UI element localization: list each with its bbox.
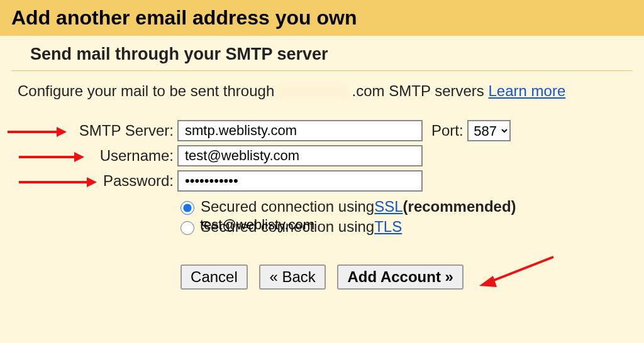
- password-label: Password:: [0, 172, 177, 190]
- desc-prefix: Configure your mail to be sent through: [18, 82, 279, 99]
- password-input[interactable]: [177, 170, 423, 192]
- dialog-body: Send mail through your SMTP server Confi…: [0, 36, 644, 343]
- svg-line-6: [489, 257, 553, 282]
- ssl-link[interactable]: SSL: [374, 198, 402, 215]
- dialog-subtitle: Send mail through your SMTP server: [11, 36, 633, 71]
- desc-suffix: .com SMTP servers: [352, 82, 489, 99]
- config-description: Configure your mail to be sent through .…: [0, 71, 644, 100]
- tls-radio[interactable]: [180, 221, 194, 235]
- button-row: Cancel « Back Add Account »: [0, 264, 644, 290]
- ssl-label-pre: Secured connection using: [201, 198, 374, 215]
- smtp-server-label: SMTP Server:: [0, 122, 177, 139]
- smtp-server-input[interactable]: [177, 120, 423, 141]
- username-input[interactable]: [177, 145, 423, 166]
- back-button[interactable]: « Back: [259, 264, 325, 290]
- tls-link[interactable]: TLS: [374, 218, 402, 236]
- port-select[interactable]: 587: [467, 120, 511, 141]
- ssl-recommended: (recommended): [403, 198, 516, 215]
- svg-marker-7: [479, 276, 497, 287]
- ssl-radio[interactable]: [180, 201, 194, 215]
- annotation-arrow-icon: [474, 254, 556, 292]
- dialog-header: Add another email address you own: [0, 0, 644, 36]
- redacted-domain: [279, 85, 348, 99]
- cancel-button[interactable]: Cancel: [180, 264, 248, 290]
- add-account-button[interactable]: Add Account »: [337, 264, 463, 290]
- smtp-form: SMTP Server: Port: 587 Username: Passwor…: [0, 120, 644, 290]
- tls-label-pre: Secured connection using: [201, 218, 374, 236]
- security-options: Secured connection using SSL (recommende…: [177, 198, 644, 236]
- port-label: Port:: [431, 122, 464, 139]
- username-label: Username:: [0, 147, 177, 165]
- dialog-title: Add another email address you own: [11, 6, 633, 30]
- learn-more-link[interactable]: Learn more: [489, 82, 566, 99]
